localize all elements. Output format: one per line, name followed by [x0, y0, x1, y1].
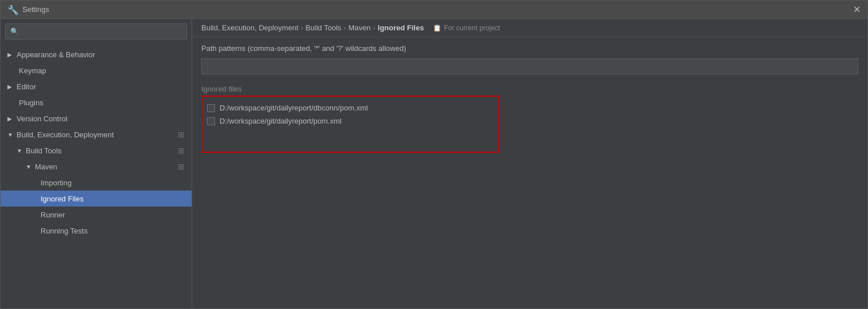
- arrow-icon: ▶: [7, 52, 14, 58]
- arrow-icon: ▼: [17, 148, 23, 154]
- path-input[interactable]: [201, 58, 858, 74]
- breadcrumb-bar: Build, Execution, Deployment › Build Too…: [192, 19, 867, 37]
- sidebar-item-editor[interactable]: ▶ Editor: [1, 78, 192, 94]
- sidebar-item-maven[interactable]: ▼ Maven ⊞: [1, 159, 192, 175]
- sidebar: 🔍 ▶ Appearance & Behavior Keymap ▶: [1, 19, 192, 308]
- ignored-files-header: Ignored files: [201, 85, 858, 93]
- sidebar-item-appearance[interactable]: ▶ Appearance & Behavior: [1, 46, 192, 62]
- sidebar-item-importing[interactable]: Importing: [1, 175, 192, 191]
- sidebar-item-label: Build Tools: [26, 146, 62, 155]
- sidebar-item-label: Running Tests: [41, 227, 87, 235]
- copy-icon: ⊞: [178, 130, 185, 139]
- sidebar-item-label: Plugins: [19, 98, 43, 107]
- ignored-files-section: Ignored files D:/workspace/git/dailyrepo…: [201, 85, 858, 153]
- breadcrumb-arrow-3: ›: [373, 23, 375, 32]
- sidebar-item-label: Importing: [41, 179, 71, 187]
- sidebar-item-label: Keymap: [19, 66, 46, 75]
- file-path-2: D:/workspace/git/dailyreport/pom.xml: [220, 117, 341, 125]
- titlebar-left: 🔧 Settings: [7, 5, 49, 15]
- nav-tree: ▶ Appearance & Behavior Keymap ▶ Editor …: [1, 44, 192, 308]
- sidebar-item-label: Ignored Files: [41, 195, 83, 203]
- path-patterns-label: Path patterns (comma-separated, '*' and …: [201, 44, 858, 53]
- close-button[interactable]: ✕: [853, 5, 861, 14]
- sidebar-item-label: Maven: [35, 163, 57, 171]
- search-input[interactable]: [22, 27, 182, 36]
- arrow-icon: ▶: [7, 116, 14, 122]
- sidebar-item-ignored-files[interactable]: Ignored Files: [1, 191, 192, 207]
- sidebar-item-label: Editor: [17, 82, 36, 91]
- content-area: Path patterns (comma-separated, '*' and …: [192, 37, 867, 308]
- search-box[interactable]: 🔍: [5, 23, 187, 39]
- breadcrumb-current: Ignored Files: [378, 23, 424, 32]
- breadcrumb-arrow-1: ›: [301, 23, 303, 32]
- ignored-files-list: D:/workspace/git/dailyreport/dbconn/pom.…: [201, 96, 499, 153]
- sidebar-item-label: Runner: [41, 211, 65, 219]
- project-label: For current project: [444, 24, 500, 32]
- main-content: 🔍 ▶ Appearance & Behavior Keymap ▶: [1, 19, 867, 308]
- list-item: D:/workspace/git/dailyreport/pom.xml: [207, 114, 493, 128]
- arrow-icon: ▶: [7, 84, 14, 90]
- breadcrumb-project: 📋 For current project: [433, 24, 500, 32]
- app-icon: 🔧: [7, 5, 18, 15]
- window-title: Settings: [22, 5, 49, 14]
- search-icon: 🔍: [10, 27, 19, 35]
- file-checkbox-1[interactable]: [207, 104, 215, 112]
- titlebar: 🔧 Settings ✕: [1, 1, 867, 19]
- project-icon: 📋: [433, 24, 441, 32]
- sidebar-item-plugins[interactable]: Plugins: [1, 94, 192, 110]
- sidebar-item-label: Version Control: [17, 114, 67, 123]
- breadcrumb-part-3: Maven: [348, 23, 371, 32]
- copy-icon: ⊞: [178, 146, 185, 155]
- file-checkbox-2[interactable]: [207, 117, 215, 125]
- file-path-1: D:/workspace/git/dailyreport/dbconn/pom.…: [220, 104, 368, 112]
- sidebar-item-runner[interactable]: Runner: [1, 207, 192, 223]
- copy-icon: ⊞: [178, 162, 185, 171]
- breadcrumb-arrow-2: ›: [344, 23, 346, 32]
- settings-window: 🔧 Settings ✕ 🔍 ▶ Appearance & Behavior: [0, 0, 868, 309]
- right-panel: Build, Execution, Deployment › Build Too…: [192, 19, 867, 308]
- sidebar-item-build-tools[interactable]: ▼ Build Tools ⊞: [1, 142, 192, 159]
- sidebar-item-label: Build, Execution, Deployment: [17, 130, 114, 139]
- breadcrumb-part-1: Build, Execution, Deployment: [201, 23, 298, 32]
- sidebar-item-build-exec-deploy[interactable]: ▼ Build, Execution, Deployment ⊞: [1, 126, 192, 142]
- sidebar-item-keymap[interactable]: Keymap: [1, 62, 192, 78]
- breadcrumb-part-2: Build Tools: [305, 23, 341, 32]
- arrow-icon: ▼: [26, 164, 33, 170]
- sidebar-item-running-tests[interactable]: Running Tests: [1, 223, 192, 239]
- arrow-icon: ▼: [7, 132, 14, 138]
- sidebar-item-label: Appearance & Behavior: [17, 50, 95, 59]
- sidebar-item-version-control[interactable]: ▶ Version Control: [1, 110, 192, 126]
- list-item: D:/workspace/git/dailyreport/dbconn/pom.…: [207, 101, 493, 114]
